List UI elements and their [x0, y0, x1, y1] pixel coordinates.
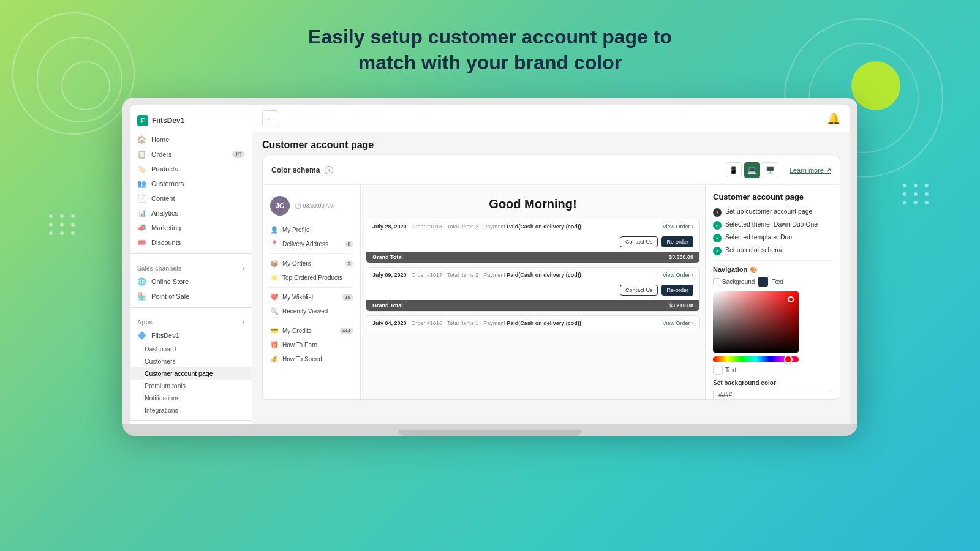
sidebar-item-online-store[interactable]: 🌐 Online Store — [130, 274, 252, 289]
hue-thumb[interactable] — [784, 355, 793, 364]
set-bg-label: Set background color — [713, 380, 832, 386]
device-tablet-btn[interactable]: 💻 — [744, 162, 760, 178]
fiitsdev-icon: 🔷 — [137, 331, 146, 340]
order-date-3: July 04, 2020 — [372, 320, 407, 326]
order-id-2: Order #1017 — [412, 272, 443, 278]
order-row-2: July 09, 2020 Order #1017 Total Items 2 … — [366, 268, 699, 282]
view-order-3[interactable]: View Order › — [663, 320, 693, 326]
deco-dots-left — [49, 214, 77, 235]
sidebar-item-fiitsdev1[interactable]: 🔷 FiitsDev1 — [130, 328, 252, 343]
preview-nav-spend[interactable]: 💰 How To Spend — [263, 352, 360, 366]
sidebar-item-discounts[interactable]: 🎟️ Discounts — [130, 235, 252, 250]
contact-btn-2[interactable]: Contact Us — [620, 285, 658, 296]
gradient-dark — [713, 291, 799, 353]
setup-panel: Customer account page 1 Set up customer … — [705, 185, 840, 399]
hex-input[interactable] — [713, 389, 832, 399]
color-schema-header: Color schema i 📱 💻 🖥️ Learn more ↗ — [263, 156, 840, 185]
preview-nav-delivery[interactable]: 📍 Delivery Address 8 — [263, 237, 360, 251]
preview-sidebar: JG 🕐 03:00:00 AM 👤 My Prof — [263, 185, 361, 399]
setup-dot-2: ✓ — [713, 221, 722, 230]
sidebar-item-marketing[interactable]: 📣 Marketing — [130, 220, 252, 235]
sidebar-item-orders[interactable]: 📋 Orders 15 — [130, 147, 252, 162]
sidebar-item-content[interactable]: 📄 Content — [130, 191, 252, 206]
sidebar-sub-customers[interactable]: Customers — [130, 355, 252, 367]
headline: Easily setup customer account page to ma… — [0, 24, 980, 75]
sidebar-item-analytics[interactable]: 📊 Analytics — [130, 206, 252, 220]
order-total-1: Grand Total $3,300.00 — [366, 252, 699, 263]
order-payment-3: Payment Paid(Cash on delivery (cod)) — [483, 320, 581, 326]
order-items-3: Total Items 1 — [447, 320, 478, 326]
sidebar-item-customers[interactable]: 👥 Customers — [130, 176, 252, 191]
preview-nav-recently-viewed[interactable]: 🔍 Recently Viewed — [263, 304, 360, 318]
page-title: Customer account page — [262, 140, 840, 151]
preview-nav-earn[interactable]: 🎁 How To Earn — [263, 338, 360, 352]
view-order-2[interactable]: View Order › — [663, 272, 693, 278]
color-schema-title: Color schema — [271, 166, 320, 174]
sidebar-sub-integrations[interactable]: Integrations — [130, 404, 252, 416]
setup-dot-4: ✓ — [713, 247, 722, 255]
sidebar-item-home[interactable]: 🏠 Home — [130, 132, 252, 147]
bell-icon[interactable]: 🔔 — [827, 112, 840, 126]
order-card-1: July 28, 2020 Order #1018 Total Items 2 … — [366, 219, 700, 263]
background-checkbox[interactable] — [713, 278, 720, 285]
order-date-2: July 09, 2020 — [372, 272, 407, 278]
order-payment-1: Payment Paid(Cash on delivery (cod)) — [483, 223, 581, 230]
laptop-screen: F FiitsDev1 🏠 Home 📋 Orders 15 🏷️ Produc… — [130, 105, 850, 424]
learn-more-link[interactable]: Learn more ↗ — [790, 167, 831, 174]
color-options: Background Text — [713, 277, 832, 287]
sidebar-sub-dashboard[interactable]: Dashboard — [130, 343, 252, 355]
profile-nav-icon: 👤 — [270, 226, 279, 234]
order-row-3: July 04, 2020 Order #1016 Total Items 1 … — [366, 316, 699, 331]
preview-nav-credits[interactable]: 💳 My Credits 444 — [263, 324, 360, 338]
main-topbar: ← 🔔 — [252, 105, 850, 132]
content-icon: 📄 — [137, 194, 146, 203]
contact-btn-1[interactable]: Contact Us — [620, 236, 658, 247]
order-total-2: Grand Total $3,215.00 — [366, 300, 699, 311]
back-button[interactable]: ← — [262, 110, 279, 127]
device-mobile-btn[interactable]: 📱 — [726, 162, 742, 178]
sidebar-divider-1 — [130, 253, 252, 254]
preview-nav-divider-2 — [270, 287, 353, 288]
color-gradient-picker[interactable] — [713, 291, 799, 353]
reorder-btn-1[interactable]: Re-order — [662, 236, 693, 247]
sidebar-item-pos[interactable]: 🏪 Point of Sale — [130, 289, 252, 304]
order-card-3: July 04, 2020 Order #1016 Total Items 1 … — [366, 315, 700, 331]
info-icon[interactable]: i — [325, 166, 333, 174]
admin-sidebar: F FiitsDev1 🏠 Home 📋 Orders 15 🏷️ Produc… — [130, 105, 252, 424]
reorder-btn-2[interactable]: Re-order — [662, 285, 693, 296]
online-store-icon: 🌐 — [137, 277, 146, 286]
preview-nav-top-ordered[interactable]: ⭐ Top Ordered Products — [263, 271, 360, 285]
sidebar-sub-notifications[interactable]: Notifications — [130, 392, 252, 404]
device-desktop-btn[interactable]: 🖥️ — [763, 162, 778, 178]
sidebar-divider-3 — [130, 420, 252, 421]
laptop-base — [123, 424, 858, 436]
recently-viewed-icon: 🔍 — [270, 307, 279, 315]
order-card-2: July 09, 2020 Order #1017 Total Items 2 … — [366, 267, 700, 312]
deco-dots-right — [903, 184, 931, 204]
app-logo-icon: F — [137, 115, 148, 126]
sidebar-sub-customer-account[interactable]: Customer account page — [130, 367, 252, 380]
preview-nav-divider-3 — [270, 321, 353, 321]
preview-nav-profile[interactable]: 👤 My Profile — [263, 223, 360, 237]
order-date-1: July 28, 2020 — [372, 223, 407, 230]
top-ordered-icon: ⭐ — [270, 274, 279, 282]
sidebar-sub-premium-tools[interactable]: Premium tools — [130, 380, 252, 392]
avatar-time: 🕐 03:00:00 AM — [295, 203, 334, 209]
view-order-1[interactable]: View Order › — [663, 223, 693, 230]
order-id-1: Order #1018 — [412, 223, 443, 230]
apps-section: Apps › — [130, 312, 252, 328]
setup-item-2: ✓ Selected theme: Dawn-Duo One — [713, 220, 832, 230]
light-swatch[interactable] — [713, 365, 723, 375]
preview-nav-wishlist[interactable]: ❤️ My Wishlist 18 — [263, 290, 360, 304]
order-items-1: Total Items 2 — [447, 223, 478, 230]
hue-slider[interactable] — [713, 356, 799, 362]
preview-avatar: JG 🕐 03:00:00 AM — [263, 191, 360, 223]
discounts-icon: 🎟️ — [137, 238, 146, 247]
picker-thumb[interactable] — [788, 296, 794, 302]
dark-swatch[interactable] — [758, 277, 768, 287]
order-actions-2: Contact Us Re-order — [366, 282, 699, 300]
setup-item-label-2: Selected theme: Dawn-Duo One — [725, 220, 818, 229]
preview-nav-orders[interactable]: 📦 My Orders 5 — [263, 257, 360, 271]
earn-nav-icon: 🎁 — [270, 341, 279, 349]
sidebar-item-products[interactable]: 🏷️ Products — [130, 162, 252, 176]
